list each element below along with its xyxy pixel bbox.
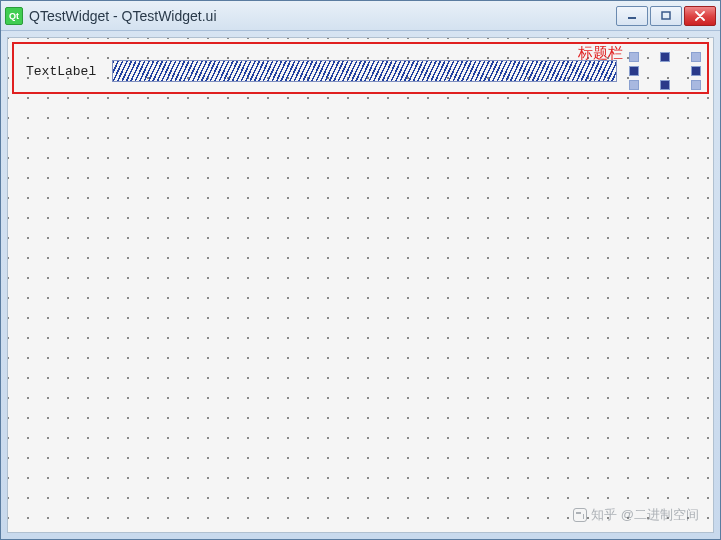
application-window: Qt QTestWidget - QTestWidget.ui 标题栏 Text… [0, 0, 721, 540]
resize-handle-bottom-left[interactable] [629, 80, 639, 90]
layout-placeholder-widget[interactable] [112, 60, 617, 82]
zhihu-icon [573, 508, 587, 522]
resize-handle-top-left[interactable] [629, 52, 639, 62]
svg-rect-0 [628, 17, 636, 19]
window-controls [616, 6, 716, 26]
qt-logo-icon: Qt [5, 7, 23, 25]
window-title: QTestWidget - QTestWidget.ui [29, 8, 616, 24]
qlabel-widget[interactable]: TextLabel [26, 64, 96, 79]
resize-handle-bottom-right[interactable] [691, 80, 701, 90]
selection-handles [629, 52, 701, 90]
resize-handle-top-right[interactable] [691, 52, 701, 62]
resize-handle-middle-left[interactable] [629, 66, 639, 76]
close-button[interactable] [684, 6, 716, 26]
minimize-button[interactable] [616, 6, 648, 26]
resize-handle-bottom-center[interactable] [660, 80, 670, 90]
designer-canvas[interactable]: 标题栏 TextLabel 知乎 @二进制空间 [7, 37, 714, 533]
resize-handle-top-center[interactable] [660, 52, 670, 62]
svg-rect-1 [662, 12, 670, 19]
window-titlebar[interactable]: Qt QTestWidget - QTestWidget.ui [1, 1, 720, 31]
watermark-text: 知乎 @二进制空间 [591, 506, 699, 524]
maximize-button[interactable] [650, 6, 682, 26]
watermark: 知乎 @二进制空间 [573, 506, 699, 524]
resize-handle-middle-right[interactable] [691, 66, 701, 76]
